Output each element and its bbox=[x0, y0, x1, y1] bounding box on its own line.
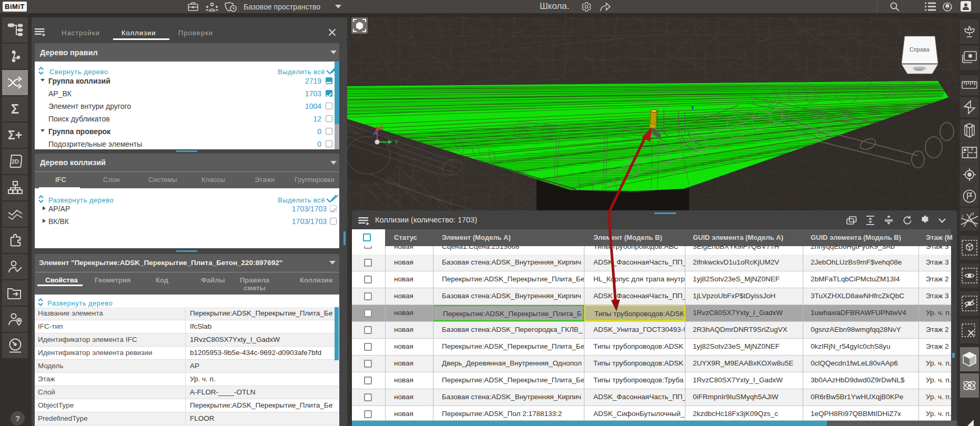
svg-text:Справа: Справа bbox=[910, 46, 930, 53]
svg-text:Y: Y bbox=[395, 139, 398, 145]
svg-text:1: 1 bbox=[962, 214, 964, 218]
svg-text:2: 2 bbox=[972, 212, 974, 216]
svg-text:X: X bbox=[380, 125, 383, 131]
svg-text:2D: 2D bbox=[12, 158, 19, 165]
